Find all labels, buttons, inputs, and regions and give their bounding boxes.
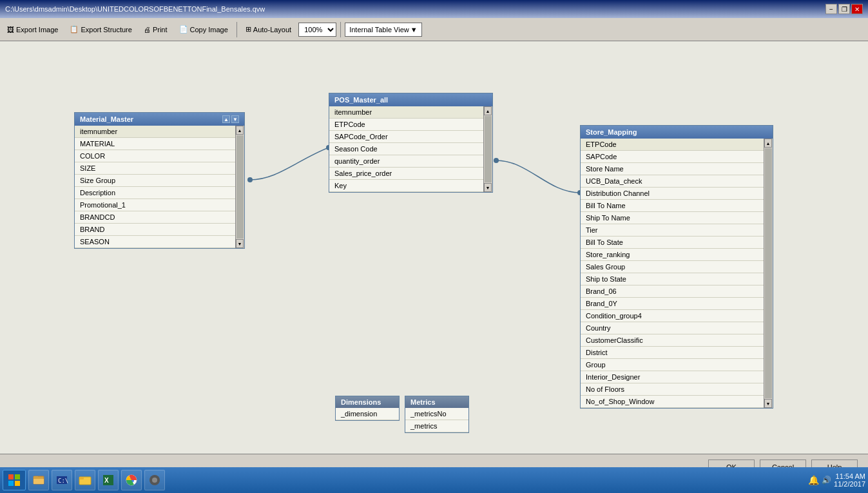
- separator-2: [340, 22, 341, 37]
- pos-field-sapcode: SAPCode_Order: [329, 131, 483, 143]
- svg-rect-9: [34, 479, 44, 484]
- taskbar-system-tray-icon: 🔔: [808, 475, 819, 485]
- export-structure-icon: 📋: [70, 25, 79, 34]
- metrics-table: Metrics _metricsNo _metrics: [405, 396, 469, 433]
- svg-point-20: [152, 478, 157, 483]
- sm-field-customer: CustomerClassific: [581, 334, 764, 347]
- svg-rect-5: [15, 474, 20, 479]
- sm-field-floors: No of Floors: [581, 383, 764, 396]
- field-season: SEASON: [75, 236, 235, 248]
- internal-table-view-dropdown[interactable]: Internal Table View ▼: [345, 23, 421, 37]
- sm-field-brand0y: Brand_0Y: [581, 298, 764, 310]
- field-description: Description: [75, 187, 235, 199]
- taskbar-explorer-icon[interactable]: [28, 470, 49, 490]
- auto-layout-icon: ⊞: [246, 25, 251, 34]
- taskbar-chrome-icon[interactable]: [121, 470, 142, 490]
- title-bar-text: C:\Users\dmsadmin\Desktop\UNITEDCOLORSOF…: [5, 5, 265, 13]
- taskbar-volume-icon: 🔊: [822, 476, 831, 485]
- taskbar-clock: 11:54 AM 11/2/2017: [834, 472, 865, 488]
- svg-text:X: X: [104, 477, 109, 484]
- sm-field-shop-window: No_of_Shop_Window: [581, 396, 764, 408]
- sm-field-tier: Tier: [581, 224, 764, 237]
- sm-field-sales-group: Sales Group: [581, 261, 764, 273]
- sm-field-etpcode: ETPCode: [581, 139, 764, 151]
- sm-field-interior: Interior_Designer: [581, 371, 764, 383]
- material-master-header: Material_Master ▲ ▼: [75, 113, 244, 126]
- pos-field-quantity: quantity_order: [329, 155, 483, 168]
- chevron-down-icon: ▼: [410, 26, 418, 34]
- svg-rect-14: [79, 477, 84, 479]
- sm-field-group: Group: [581, 359, 764, 371]
- taskbar-excel-icon[interactable]: X: [98, 470, 119, 490]
- dim-field-dimension: _dimension: [336, 408, 399, 420]
- sm-field-country: Country: [581, 322, 764, 334]
- sm-field-ship-to-name: Ship To Name: [581, 212, 764, 224]
- copy-image-icon: 📄: [179, 25, 188, 34]
- pos-field-sales-price: Sales_price_order: [329, 168, 483, 180]
- store-mapping-fields: ETPCode SAPCode Store Name UCB_Data_chec…: [581, 139, 764, 408]
- canvas: Material_Master ▲ ▼ itemnumber MATERIAL …: [0, 41, 868, 454]
- auto-layout-button[interactable]: ⊞ Auto-Layout: [241, 21, 296, 38]
- sm-field-sapcode: SAPCode: [581, 151, 764, 163]
- metrics-header: Metrics: [405, 396, 468, 408]
- export-image-icon: 🖼: [7, 26, 14, 34]
- dimensions-table: Dimensions _dimension: [335, 396, 400, 421]
- svg-point-0: [247, 177, 253, 182]
- svg-rect-7: [15, 481, 20, 486]
- field-brand: BRAND: [75, 224, 235, 236]
- separator: [236, 22, 237, 37]
- print-icon: 🖨: [144, 26, 151, 34]
- field-size: SIZE: [75, 162, 235, 175]
- field-size-group: Size Group: [75, 175, 235, 187]
- export-structure-button[interactable]: 📋 Export Structure: [65, 21, 136, 38]
- field-material: MATERIAL: [75, 138, 235, 150]
- restore-button[interactable]: ❐: [838, 4, 850, 14]
- metrics-field-metricsno: _metricsNo: [405, 408, 468, 420]
- svg-rect-10: [34, 476, 38, 479]
- field-promotional: Promotional_1: [75, 199, 235, 211]
- taskbar-cmd-icon[interactable]: C:\>: [52, 470, 72, 490]
- material-master-scrollbar[interactable]: ▲ ▼: [235, 126, 244, 248]
- store-mapping-header: Store_Mapping: [581, 126, 773, 139]
- minimize-button[interactable]: −: [825, 4, 837, 14]
- zoom-select[interactable]: 100% 75% 150%: [298, 23, 336, 37]
- field-brandcd: BRANDCD: [75, 211, 235, 224]
- material-master-table: Material_Master ▲ ▼ itemnumber MATERIAL …: [74, 112, 245, 249]
- taskbar: C:\> X 🔔 🔊 11:54 AM 11: [0, 467, 868, 493]
- material-master-fields: itemnumber MATERIAL COLOR SIZE Size Grou…: [75, 126, 235, 248]
- svg-rect-6: [8, 481, 14, 486]
- dimensions-header: Dimensions: [336, 396, 399, 408]
- field-color: COLOR: [75, 150, 235, 162]
- pos-master-scrollbar[interactable]: ▲ ▼: [483, 106, 492, 192]
- sm-field-bill-to-state: Bill To State: [581, 237, 764, 249]
- taskbar-app-icon[interactable]: [144, 470, 165, 490]
- sm-field-dist-channel: Distribution Channel: [581, 188, 764, 200]
- sm-field-district: District: [581, 347, 764, 359]
- sm-field-ucb: UCB_Data_check: [581, 175, 764, 188]
- pos-master-header: POS_Master_all: [329, 93, 492, 106]
- print-button[interactable]: 🖨 Print: [139, 21, 172, 38]
- pos-field-itemnumber: itemnumber: [329, 106, 483, 119]
- copy-image-button[interactable]: 📄 Copy Image: [175, 21, 233, 38]
- close-button[interactable]: ✕: [851, 4, 863, 14]
- sm-field-ship-to-state: Ship to State: [581, 273, 764, 285]
- field-itemnumber: itemnumber: [75, 126, 235, 138]
- toolbar: 🖼 Export Image 📋 Export Structure 🖨 Prin…: [0, 18, 868, 41]
- start-button[interactable]: [3, 470, 26, 490]
- sm-field-store-ranking: Store_ranking: [581, 249, 764, 261]
- sm-field-bill-to-name: Bill To Name: [581, 200, 764, 212]
- pos-master-table: POS_Master_all itemnumber ETPCode SAPCod…: [329, 93, 493, 193]
- svg-point-2: [494, 158, 499, 163]
- pos-field-season-code: Season Code: [329, 143, 483, 155]
- taskbar-folder-icon[interactable]: [75, 470, 95, 490]
- sm-field-brand06: Brand_06: [581, 285, 764, 298]
- title-bar: C:\Users\dmsadmin\Desktop\UNITEDCOLORSOF…: [0, 0, 868, 18]
- taskbar-right: 🔔 🔊 11:54 AM 11/2/2017: [808, 472, 865, 488]
- pos-field-key: Key: [329, 180, 483, 192]
- svg-text:C:\>: C:\>: [58, 478, 68, 484]
- pos-field-etpcode: ETPCode: [329, 119, 483, 131]
- export-image-button[interactable]: 🖼 Export Image: [3, 21, 63, 38]
- sm-field-condition: Condition_group4: [581, 310, 764, 322]
- title-bar-controls: − ❐ ✕: [825, 4, 863, 14]
- store-mapping-scrollbar[interactable]: ▲ ▼: [764, 139, 773, 408]
